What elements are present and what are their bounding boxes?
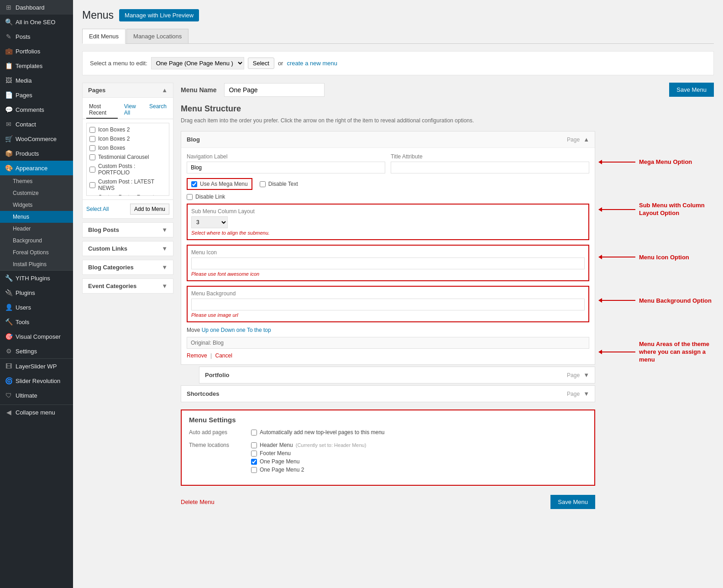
- sidebar-item-collapse[interactable]: ◀ Collapse menu: [0, 404, 73, 420]
- sidebar-item-appearance[interactable]: 🎨 Appearance: [0, 161, 73, 175]
- portfolio-expand-arrow[interactable]: ▼: [583, 372, 589, 378]
- menu-name-row: Menu Name Save Menu: [181, 83, 714, 97]
- save-menu-button-bottom[interactable]: Save Menu: [550, 495, 595, 509]
- arrow-line-1: [599, 162, 635, 163]
- templates-icon: 📋: [5, 62, 13, 69]
- blog-posts-header[interactable]: Blog Posts ▼: [83, 223, 173, 237]
- auto-add-options: Automatically add new top-level pages to…: [251, 429, 587, 437]
- menu-name-input[interactable]: [224, 83, 325, 97]
- blog-collapse-arrow[interactable]: ▲: [583, 136, 589, 143]
- menu-select[interactable]: One Page (One Page Menu ): [151, 57, 244, 69]
- menu-bg-hint: Please use image url: [191, 312, 585, 318]
- sidebar-item-posts[interactable]: ✎ Posts: [0, 29, 73, 44]
- tab-search[interactable]: Search: [147, 101, 169, 119]
- arrow-line-5: [599, 352, 635, 352]
- sidebar-item-pages[interactable]: 📄 Pages: [0, 88, 73, 102]
- sidebar-item-templates[interactable]: 📋 Templates: [0, 58, 73, 73]
- menu-icon-input[interactable]: [191, 257, 585, 269]
- disable-link-row: Disable Link: [187, 194, 589, 200]
- remove-link[interactable]: Remove: [187, 352, 207, 359]
- vc-icon: 🎯: [5, 333, 13, 340]
- save-menu-button-top[interactable]: Save Menu: [669, 83, 714, 97]
- select-all-link[interactable]: Select All: [86, 206, 109, 212]
- sidebar-item-foreal-options[interactable]: Foreal Options: [0, 247, 73, 258]
- live-preview-button[interactable]: Manage with Live Preview: [119, 9, 199, 21]
- delete-menu-link[interactable]: Delete Menu: [181, 499, 215, 505]
- sidebar-item-portfolios[interactable]: 💼 Portfolios: [0, 44, 73, 58]
- move-down-one[interactable]: Down one: [221, 327, 246, 333]
- sidebar-item-layerslider[interactable]: 🎞 LayerSlider WP: [0, 358, 73, 373]
- sidebar-item-yith-plugins[interactable]: 🔧 YITH Plugins: [0, 270, 73, 285]
- list-item: Icon Boxes: [89, 143, 167, 152]
- sidebar-item-visual-composer[interactable]: 🎯 Visual Composer: [0, 329, 73, 344]
- one-page-menu-2-checkbox[interactable]: [251, 467, 257, 473]
- sidebar-item-comments[interactable]: 💬 Comments: [0, 102, 73, 117]
- custom-links-header[interactable]: Custom Links ▼: [83, 242, 173, 256]
- pages-list-container: Icon Boxes 2 Icon Boxes 2 Icon Boxes Tes…: [83, 119, 173, 200]
- sidebar-item-header[interactable]: Header: [0, 223, 73, 235]
- disable-link-checkbox[interactable]: Disable Link: [187, 194, 225, 200]
- tab-edit-menus[interactable]: Edit Menus: [82, 29, 126, 44]
- menu-item-blog-header[interactable]: Blog Page ▲: [181, 131, 595, 147]
- page-checkbox[interactable]: [89, 127, 95, 133]
- sidebar-item-dashboard[interactable]: ⊞ Dashboard: [0, 0, 73, 15]
- page-checkbox[interactable]: [89, 167, 95, 173]
- move-to-top[interactable]: To the top: [247, 327, 271, 333]
- page-header: Menus Manage with Live Preview: [82, 9, 714, 21]
- page-checkbox[interactable]: [89, 145, 95, 151]
- title-attr-input[interactable]: [391, 162, 589, 173]
- annotations-column: Mega Menu Option Sub Menu with Column La…: [595, 131, 714, 509]
- footer-menu-checkbox[interactable]: [251, 451, 257, 457]
- sidebar-item-all-in-one-seo[interactable]: 🔍 All in One SEO: [0, 15, 73, 29]
- sidebar-item-widgets[interactable]: Widgets: [0, 199, 73, 211]
- menu-bg-input[interactable]: [191, 299, 585, 310]
- ultimate-icon: 🛡: [5, 392, 13, 399]
- nav-label-input[interactable]: [187, 162, 385, 173]
- slider-rev-icon: 🌀: [5, 377, 13, 384]
- page-checkbox[interactable]: [89, 136, 95, 142]
- sidebar-item-settings[interactable]: ⚙ Settings: [0, 344, 73, 358]
- menu-item-portfolio-header[interactable]: Portfolio Page ▼: [199, 367, 595, 383]
- tab-manage-locations[interactable]: Manage Locations: [126, 29, 189, 43]
- sidebar-item-products[interactable]: 📦 Products: [0, 146, 73, 161]
- move-up-one[interactable]: Up one: [202, 327, 220, 333]
- annotation-mega-menu-text: Mega Menu Option: [639, 158, 692, 165]
- arrowhead-3: [598, 255, 602, 259]
- auto-add-checkbox[interactable]: [251, 430, 257, 436]
- create-menu-link[interactable]: create a new menu: [287, 60, 337, 67]
- sidebar-item-woocommerce[interactable]: 🛒 WooCommerce: [0, 131, 73, 146]
- blog-categories-header[interactable]: Blog Categories ▼: [83, 260, 173, 274]
- sidebar-item-themes[interactable]: Themes: [0, 175, 73, 187]
- page-checkbox[interactable]: [89, 182, 95, 188]
- sidebar-item-install-plugins[interactable]: Install Plugins: [0, 258, 73, 270]
- nav-label-group: Navigation Label: [187, 153, 385, 173]
- footer-row: Delete Menu Save Menu: [181, 491, 595, 509]
- add-to-menu-button[interactable]: Add to Menu: [130, 204, 169, 215]
- tab-view-all[interactable]: View All: [121, 101, 143, 119]
- sidebar-item-customize[interactable]: Customize: [0, 187, 73, 199]
- disable-text-checkbox[interactable]: Disable Text: [260, 181, 298, 187]
- sub-col-select[interactable]: 3 1 2 4: [191, 216, 228, 228]
- sidebar-item-slider-revolution[interactable]: 🌀 Slider Revolution: [0, 373, 73, 388]
- tab-most-recent[interactable]: Most Recent: [86, 101, 118, 119]
- one-page-menu-checkbox[interactable]: [251, 459, 257, 465]
- sidebar-item-plugins[interactable]: 🔌 Plugins: [0, 285, 73, 300]
- sidebar-item-contact[interactable]: ✉ Contact: [0, 117, 73, 131]
- pages-panel-header: Pages ▲: [83, 83, 173, 98]
- sidebar-item-media[interactable]: 🖼 Media: [0, 73, 73, 88]
- pages-panel-toggle[interactable]: ▲: [162, 87, 168, 94]
- shortcodes-expand-arrow[interactable]: ▼: [583, 390, 589, 397]
- header-menu-checkbox[interactable]: [251, 442, 257, 448]
- cancel-link[interactable]: Cancel: [215, 352, 232, 359]
- sidebar-item-menus[interactable]: Menus: [0, 211, 73, 223]
- page-checkbox[interactable]: [89, 154, 95, 160]
- use-mega-menu-checkbox[interactable]: Use As Mega Menu: [187, 178, 252, 190]
- sidebar-item-tools[interactable]: 🔨 Tools: [0, 315, 73, 329]
- sidebar-item-background[interactable]: Background: [0, 235, 73, 247]
- event-categories-header[interactable]: Event Categories ▼: [83, 279, 173, 293]
- select-button[interactable]: Select: [248, 58, 274, 69]
- arrowhead-4: [598, 298, 602, 303]
- menu-item-shortcodes-header[interactable]: Shortcodes Page ▼: [181, 386, 595, 402]
- sidebar-item-ultimate[interactable]: 🛡 Ultimate: [0, 388, 73, 403]
- sidebar-item-users[interactable]: 👤 Users: [0, 300, 73, 315]
